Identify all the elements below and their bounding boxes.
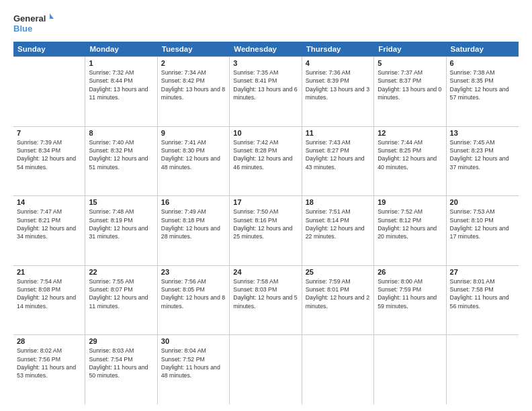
day-info: Sunrise: 7:45 AMSunset: 8:23 PMDaylight:… — [450, 138, 515, 171]
calendar-header: SundayMondayTuesdayWednesdayThursdayFrid… — [13, 42, 519, 56]
calendar-body: 1Sunrise: 7:32 AMSunset: 8:44 PMDaylight… — [13, 56, 519, 404]
day-number: 10 — [233, 129, 298, 137]
day-number: 23 — [161, 268, 226, 276]
day-info: Sunrise: 7:40 AMSunset: 8:32 PMDaylight:… — [89, 138, 153, 171]
day-info: Sunrise: 7:42 AMSunset: 8:28 PMDaylight:… — [233, 138, 298, 171]
calendar-cell: 28Sunrise: 8:02 AMSunset: 7:56 PMDayligh… — [13, 335, 85, 404]
svg-text:Blue: Blue — [13, 24, 32, 34]
calendar-cell: 5Sunrise: 7:37 AMSunset: 8:37 PMDaylight… — [374, 57, 446, 126]
day-number: 21 — [17, 268, 81, 276]
calendar-row: 1Sunrise: 7:32 AMSunset: 8:44 PMDaylight… — [13, 57, 519, 127]
weekday-header: Monday — [85, 42, 157, 56]
day-info: Sunrise: 7:44 AMSunset: 8:25 PMDaylight:… — [378, 138, 442, 171]
calendar-cell: 16Sunrise: 7:49 AMSunset: 8:18 PMDayligh… — [158, 196, 230, 265]
calendar-cell: 25Sunrise: 7:59 AMSunset: 8:01 PMDayligh… — [302, 266, 374, 335]
calendar-cell: 17Sunrise: 7:50 AMSunset: 8:16 PMDayligh… — [230, 196, 302, 265]
day-info: Sunrise: 8:03 AMSunset: 7:54 PMDaylight:… — [89, 347, 153, 379]
day-info: Sunrise: 7:51 AMSunset: 8:14 PMDaylight:… — [306, 208, 370, 240]
day-info: Sunrise: 8:01 AMSunset: 7:58 PMDaylight:… — [450, 277, 515, 310]
day-info: Sunrise: 7:47 AMSunset: 8:21 PMDaylight:… — [17, 208, 81, 240]
header: General Blue — [13, 11, 519, 36]
day-number: 17 — [233, 198, 298, 206]
day-info: Sunrise: 8:02 AMSunset: 7:56 PMDaylight:… — [17, 347, 81, 379]
day-number: 3 — [233, 59, 298, 67]
weekday-header: Wednesday — [230, 42, 302, 56]
calendar-row: 14Sunrise: 7:47 AMSunset: 8:21 PMDayligh… — [13, 196, 519, 266]
calendar-cell: 7Sunrise: 7:39 AMSunset: 8:34 PMDaylight… — [13, 127, 85, 196]
day-number: 5 — [378, 59, 442, 67]
day-number: 30 — [161, 337, 226, 345]
day-number: 26 — [378, 268, 442, 276]
day-info: Sunrise: 7:54 AMSunset: 8:08 PMDaylight:… — [17, 277, 81, 310]
svg-text:General: General — [13, 13, 46, 24]
weekday-header: Friday — [374, 42, 446, 56]
calendar-cell: 9Sunrise: 7:41 AMSunset: 8:30 PMDaylight… — [158, 127, 230, 196]
day-number: 8 — [89, 129, 153, 137]
day-number: 4 — [306, 59, 370, 67]
day-info: Sunrise: 7:56 AMSunset: 8:05 PMDaylight:… — [161, 277, 226, 310]
day-info: Sunrise: 7:34 AMSunset: 8:42 PMDaylight:… — [161, 68, 226, 101]
day-number: 29 — [89, 337, 153, 345]
calendar-cell: 29Sunrise: 8:03 AMSunset: 7:54 PMDayligh… — [85, 335, 157, 404]
day-info: Sunrise: 7:50 AMSunset: 8:16 PMDaylight:… — [233, 208, 298, 240]
weekday-header: Tuesday — [158, 42, 230, 56]
day-info: Sunrise: 7:55 AMSunset: 8:07 PMDaylight:… — [89, 277, 153, 310]
day-number: 22 — [89, 268, 153, 276]
calendar-cell: 3Sunrise: 7:35 AMSunset: 8:41 PMDaylight… — [230, 57, 302, 126]
calendar-cell: 6Sunrise: 7:38 AMSunset: 8:35 PMDaylight… — [447, 57, 519, 126]
day-number: 18 — [306, 198, 370, 206]
calendar-cell: 24Sunrise: 7:58 AMSunset: 8:03 PMDayligh… — [230, 266, 302, 335]
calendar-cell: 20Sunrise: 7:53 AMSunset: 8:10 PMDayligh… — [447, 196, 519, 265]
calendar-cell: 13Sunrise: 7:45 AMSunset: 8:23 PMDayligh… — [447, 127, 519, 196]
calendar-cell: 21Sunrise: 7:54 AMSunset: 8:08 PMDayligh… — [13, 266, 85, 335]
calendar: SundayMondayTuesdayWednesdayThursdayFrid… — [13, 42, 519, 404]
calendar-cell: 14Sunrise: 7:47 AMSunset: 8:21 PMDayligh… — [13, 196, 85, 265]
day-number: 25 — [306, 268, 370, 276]
calendar-cell: 2Sunrise: 7:34 AMSunset: 8:42 PMDaylight… — [158, 57, 230, 126]
day-number: 20 — [450, 198, 515, 206]
day-number: 2 — [161, 59, 226, 67]
day-info: Sunrise: 7:43 AMSunset: 8:27 PMDaylight:… — [306, 138, 370, 171]
calendar-cell: 12Sunrise: 7:44 AMSunset: 8:25 PMDayligh… — [374, 127, 446, 196]
day-number: 15 — [89, 198, 153, 206]
page: General Blue SundayMondayTuesdayWednesda… — [0, 0, 532, 411]
calendar-cell: 4Sunrise: 7:36 AMSunset: 8:39 PMDaylight… — [302, 57, 374, 126]
day-info: Sunrise: 7:52 AMSunset: 8:12 PMDaylight:… — [378, 208, 442, 240]
day-number: 27 — [450, 268, 515, 276]
day-info: Sunrise: 8:04 AMSunset: 7:52 PMDaylight:… — [161, 347, 226, 379]
day-info: Sunrise: 7:37 AMSunset: 8:37 PMDaylight:… — [378, 68, 442, 101]
calendar-row: 28Sunrise: 8:02 AMSunset: 7:56 PMDayligh… — [13, 335, 519, 404]
day-info: Sunrise: 7:32 AMSunset: 8:44 PMDaylight:… — [89, 68, 153, 101]
day-number: 11 — [306, 129, 370, 137]
calendar-cell — [302, 335, 374, 404]
calendar-cell: 18Sunrise: 7:51 AMSunset: 8:14 PMDayligh… — [302, 196, 374, 265]
calendar-cell: 10Sunrise: 7:42 AMSunset: 8:28 PMDayligh… — [230, 127, 302, 196]
weekday-header: Thursday — [302, 42, 374, 56]
calendar-row: 7Sunrise: 7:39 AMSunset: 8:34 PMDaylight… — [13, 127, 519, 197]
day-info: Sunrise: 7:48 AMSunset: 8:19 PMDaylight:… — [89, 208, 153, 240]
day-number: 14 — [17, 198, 81, 206]
day-number: 16 — [161, 198, 226, 206]
day-info: Sunrise: 8:00 AMSunset: 7:59 PMDaylight:… — [378, 277, 442, 310]
calendar-cell: 11Sunrise: 7:43 AMSunset: 8:27 PMDayligh… — [302, 127, 374, 196]
calendar-cell: 26Sunrise: 8:00 AMSunset: 7:59 PMDayligh… — [374, 266, 446, 335]
logo: General Blue — [13, 11, 54, 36]
day-info: Sunrise: 7:39 AMSunset: 8:34 PMDaylight:… — [17, 138, 81, 171]
day-info: Sunrise: 7:58 AMSunset: 8:03 PMDaylight:… — [233, 277, 298, 310]
logo-svg: General Blue — [13, 11, 54, 36]
day-number: 7 — [17, 129, 81, 137]
calendar-cell: 22Sunrise: 7:55 AMSunset: 8:07 PMDayligh… — [85, 266, 157, 335]
day-number: 1 — [89, 59, 153, 67]
calendar-cell: 8Sunrise: 7:40 AMSunset: 8:32 PMDaylight… — [85, 127, 157, 196]
day-info: Sunrise: 7:41 AMSunset: 8:30 PMDaylight:… — [161, 138, 226, 171]
day-number: 12 — [378, 129, 442, 137]
calendar-cell — [13, 57, 85, 126]
calendar-cell — [230, 335, 302, 404]
day-info: Sunrise: 7:59 AMSunset: 8:01 PMDaylight:… — [306, 277, 370, 310]
day-number: 13 — [450, 129, 515, 137]
calendar-cell: 15Sunrise: 7:48 AMSunset: 8:19 PMDayligh… — [85, 196, 157, 265]
day-info: Sunrise: 7:35 AMSunset: 8:41 PMDaylight:… — [233, 68, 298, 101]
calendar-cell — [447, 335, 519, 404]
calendar-cell: 30Sunrise: 8:04 AMSunset: 7:52 PMDayligh… — [158, 335, 230, 404]
day-number: 19 — [378, 198, 442, 206]
